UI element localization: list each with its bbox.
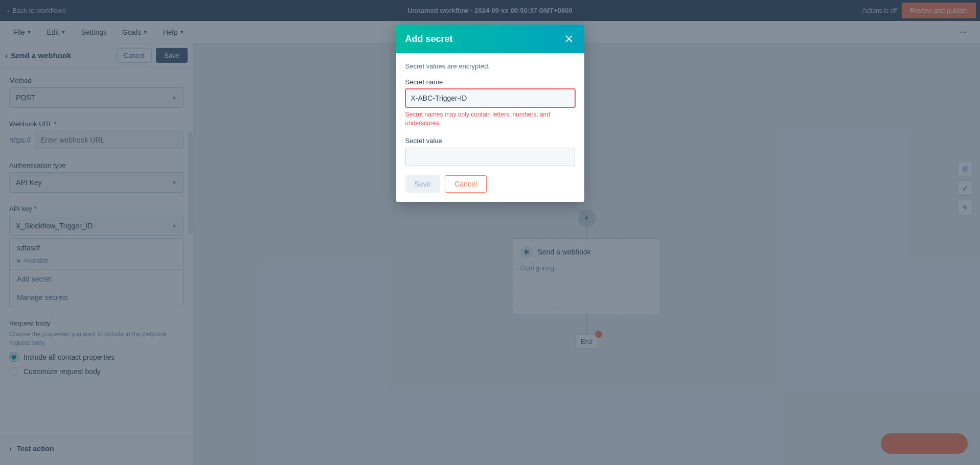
modal-body: Secret values are encrypted. Secret name… [396,53,584,202]
modal-cancel-button[interactable]: Cancel [445,175,487,193]
modal-actions: Save Cancel [405,175,575,193]
secret-name-input[interactable] [405,89,575,107]
secret-value-input[interactable] [405,148,575,166]
modal-title: Add secret [405,34,453,44]
secret-value-label: Secret value [405,137,575,145]
close-icon[interactable] [563,33,575,45]
modal-header: Add secret [396,25,584,53]
add-secret-modal: Add secret Secret values are encrypted. … [396,25,584,202]
secret-name-error: Secret names may only contain letters, n… [405,110,575,128]
modal-save-button[interactable]: Save [405,175,440,193]
secret-name-label: Secret name [405,78,575,86]
modal-note: Secret values are encrypted. [405,62,575,70]
